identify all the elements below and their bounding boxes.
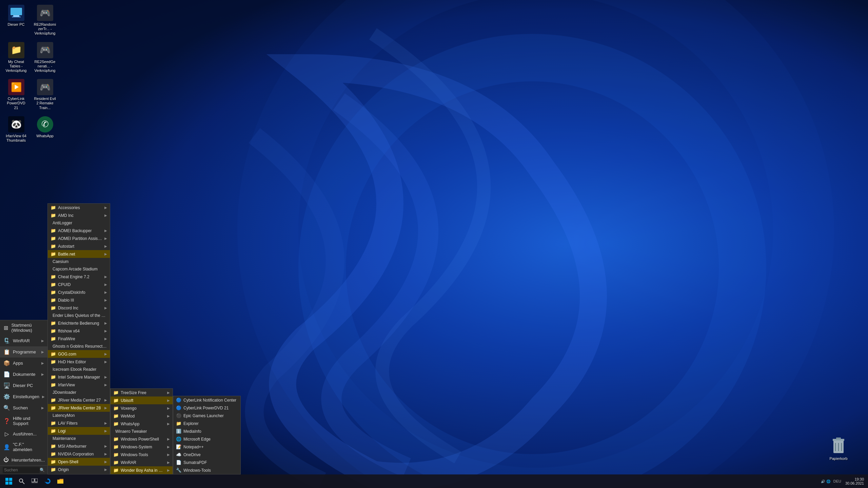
wb-item-4[interactable]: ℹ️MediaInfo (173, 427, 240, 435)
wb-icon-8: 📄 (176, 460, 181, 465)
prog-item-16[interactable]: 📁ffdshow x64▶ (48, 327, 110, 335)
prog-item-5[interactable]: 📁Autostart▶ (48, 242, 110, 250)
desktop-icon-whatsapp-label: WhatsApp (36, 134, 54, 138)
sub-item-0[interactable]: 📁TreeSize Free▶ (111, 389, 173, 396)
prog-item-35[interactable]: 📁PDF24▶ (48, 473, 110, 474)
prog-item-10[interactable]: 📁CPUID▶ (48, 281, 110, 288)
desktop-icon-re2randomizer[interactable]: 🎮 RE2RandomizerTr... - Verknüpfung (32, 3, 58, 37)
wb-item-1[interactable]: 🔵CyberLink PowerDVD 21 (173, 404, 240, 412)
wb-icon-1: 🔵 (176, 405, 181, 410)
sub-item-1[interactable]: 📁Ubisoft▶ (111, 396, 173, 404)
taskbar-edge-button[interactable] (41, 475, 54, 487)
prog-item-15[interactable]: 📁Erleichterte Bedienung▶ (48, 319, 110, 327)
start-item-hilfe[interactable]: ❓ Hilfe und Support (0, 413, 47, 428)
start-item-dieser-pc[interactable]: 🖥️ Dieser PC (0, 380, 47, 391)
prog-item-11[interactable]: 📁CrystalDiskInfo▶ (48, 288, 110, 296)
start-search-input[interactable] (3, 467, 40, 473)
sub-item-5[interactable]: Winaero Tweaker (111, 428, 173, 435)
prog-item-6[interactable]: 📁Battle.net▶ (48, 250, 110, 258)
prog-item-4[interactable]: 📁AOMEI Partition Assistant▶ (48, 235, 110, 242)
prog-label-17: FinalWire (58, 337, 75, 341)
prog-label-15: Erleichterte Bedienung (58, 321, 99, 326)
taskbar-task-view-button[interactable] (28, 475, 41, 487)
desktop-icon-whatsapp[interactable]: ✆ WhatsApp (32, 115, 58, 144)
apps-arrow-icon: ▶ (41, 361, 44, 365)
prog-item-7[interactable]: Caesium (48, 258, 110, 265)
start-item-herunterfahren[interactable]: ⏻ Herunterfahren... ▶ (0, 454, 47, 465)
prog-item-23[interactable]: 📁IrfanView▶ (48, 381, 110, 389)
prog-item-12[interactable]: 📁Diablo III▶ (48, 296, 110, 304)
prog-item-8[interactable]: Capcom Arcade Stadium (48, 265, 110, 273)
prog-item-30[interactable]: Maintenance (48, 435, 110, 442)
sub-item-3[interactable]: 📁WeMod▶ (111, 412, 173, 420)
sub-item-4[interactable]: 📁WhatsApp▶ (111, 420, 173, 428)
desktop-icon-resident-evil[interactable]: 🎮 Resident Evil 2 Remake Train... (32, 78, 58, 111)
prog-item-19[interactable]: 📁GOG.com▶ (48, 350, 110, 358)
sub-item-8[interactable]: 📁Windows-Tools▶ (111, 451, 173, 459)
einstellungen-icon: ⚙️ (3, 393, 10, 400)
prog-item-26[interactable]: 📁JRiver Media Center 28▶ (48, 404, 110, 412)
start-item-startmenu[interactable]: ⊞ Startmenü (Windows) (0, 320, 47, 335)
prog-item-22[interactable]: 📁Intel Software Manager▶ (48, 373, 110, 381)
desktop-icon-cheat-tables[interactable]: 📁 My Cheat Tables - Verknüpfung (3, 41, 29, 75)
start-item-apps[interactable]: 📦 Apps ▶ (0, 358, 47, 369)
prog-item-14[interactable]: Ender Lilies Quietus of the Knights (48, 312, 110, 319)
sub-item-10[interactable]: 📁Wonder Boy Asha in Monster World▶ (111, 466, 173, 474)
wb-item-2[interactable]: ⚫Epic Games Launcher (173, 412, 240, 420)
prog-item-17[interactable]: 📁FinalWire▶ (48, 335, 110, 343)
desktop-icon-re2seed[interactable]: 🎮 RE2SeedGenerati... - Verknüpfung (32, 41, 58, 75)
prog-item-21[interactable]: Icecream Ebook Reader (48, 366, 110, 373)
start-item-suchen[interactable]: 🔍 Suchen ▶ (0, 402, 47, 413)
prog-item-18[interactable]: Ghosts n Goblins Resurrection (48, 343, 110, 350)
start-item-dokumente[interactable]: 📄 Dokumente ▶ (0, 369, 47, 380)
taskbar-explorer-button[interactable] (54, 475, 66, 487)
desktop-icon-cyberlink[interactable]: ▶️ CyberLink PowerDVD 21 (3, 78, 29, 111)
prog-arrow-icon-23: ▶ (104, 383, 107, 387)
prog-item-2[interactable]: AntiLogger (48, 219, 110, 227)
wb-icon-4: ℹ️ (176, 429, 181, 434)
start-item-programme[interactable]: 📋 Programme ▶ (0, 346, 47, 358)
prog-item-25[interactable]: 📁JRiver Media Center 27▶ (48, 396, 110, 404)
wb-item-7[interactable]: ☁️OneDrive (173, 451, 240, 459)
wb-item-3[interactable]: 📁Explorer (173, 420, 240, 427)
prog-item-31[interactable]: 📁MSI Afterburner▶ (48, 442, 110, 450)
desktop-icon-irfanview[interactable]: 🐼 IrfanView 64 Thumbnails (3, 115, 29, 144)
prog-item-1[interactable]: 📁AMD Inc▶ (48, 211, 110, 219)
start-item-winrar[interactable]: 🗜️ WinRAR ▶ (0, 335, 47, 346)
prog-item-9[interactable]: 📁Cheat Engine 7.2▶ (48, 273, 110, 281)
prog-arrow-icon-4: ▶ (104, 237, 107, 240)
start-item-einstellungen[interactable]: ⚙️ Einstellungen ▶ (0, 391, 47, 402)
folder-icon-3: 📁 (51, 228, 56, 233)
recycle-bin[interactable]: Papierkorb (829, 437, 848, 461)
sub-item-7[interactable]: 📁Windows-System▶ (111, 443, 173, 451)
sub-item-2[interactable]: 📁Voxengo▶ (111, 404, 173, 412)
taskbar-clock[interactable]: 19:30 30.06.2021 (844, 477, 865, 485)
desktop-icons-area: Dieser PC 🎮 RE2RandomizerTr... - Verknüp… (0, 0, 61, 147)
taskbar-search-button[interactable] (16, 475, 28, 487)
svg-point-14 (19, 479, 23, 482)
prog-item-34[interactable]: 📁Origin▶ (48, 466, 110, 473)
prog-item-29[interactable]: 📁Logi▶ (48, 427, 110, 435)
wb-item-9[interactable]: 🔧Windows-Tools (173, 466, 240, 474)
prog-item-0[interactable]: 📁Accessories▶ (48, 204, 110, 211)
prog-item-3[interactable]: 📁AOMEI Backupper▶ (48, 227, 110, 235)
prog-item-20[interactable]: 📁HxD Hex Editor▶ (48, 358, 110, 366)
wb-item-5[interactable]: 🌐Microsoft Edge (173, 435, 240, 443)
hilfe-icon: ❓ (3, 418, 10, 424)
taskbar-start-button[interactable] (3, 475, 15, 487)
prog-item-27[interactable]: LatencyMon (48, 412, 110, 419)
start-item-abmelden[interactable]: 👤 "C.F." abmelden (0, 440, 47, 454)
sub-item-6[interactable]: 📁Windows PowerShell▶ (111, 435, 173, 443)
prog-item-33[interactable]: 📁Open-Shell▶ (48, 458, 110, 466)
sub-item-9[interactable]: 📁WinRAR▶ (111, 459, 173, 466)
desktop-icon-dieser-pc[interactable]: Dieser PC (3, 3, 29, 37)
prog-item-28[interactable]: 📁LAV Filters▶ (48, 419, 110, 427)
folder-icon-29: 📁 (51, 428, 56, 433)
prog-item-13[interactable]: 📁Discord Inc▶ (48, 304, 110, 312)
prog-item-32[interactable]: 📁NVIDIA Corporation▶ (48, 450, 110, 458)
wb-item-6[interactable]: 📝Notepad++ (173, 443, 240, 451)
start-item-ausfuehren[interactable]: ▷ Ausführen... (0, 428, 47, 440)
wb-item-8[interactable]: 📄SumatraPDF (173, 459, 240, 466)
prog-item-24[interactable]: JDownloader (48, 389, 110, 396)
wb-item-0[interactable]: 🔵CyberLink Notification Center (173, 396, 240, 404)
